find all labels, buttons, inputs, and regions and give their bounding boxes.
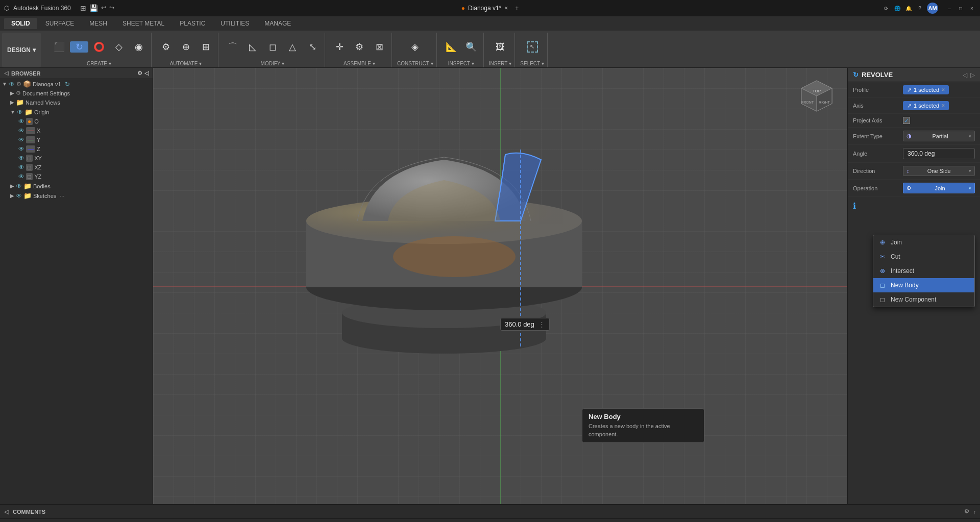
tree-item-o[interactable]: 👁 ● O xyxy=(0,117,153,126)
browser-back-icon[interactable]: ◁ xyxy=(4,70,8,77)
comments-settings-icon[interactable]: ⚙ xyxy=(964,508,969,515)
undo-icon[interactable]: ↩ xyxy=(101,4,106,12)
revolve-button[interactable]: ↻ xyxy=(70,41,88,53)
browser-settings-icon[interactable]: ⚙ xyxy=(137,70,142,77)
inspect-btn1[interactable]: 📐 xyxy=(442,41,460,53)
tree-item-named-views[interactable]: ▶ 📁 Named Views xyxy=(0,97,153,107)
revolve-expand-icon[interactable]: ◁ xyxy=(963,71,967,79)
construct-btn1[interactable]: ◈ xyxy=(406,41,424,53)
eye-icon[interactable]: 👁 xyxy=(9,81,15,88)
tree-item-sketches[interactable]: ▶ 👁 📁 Sketches ··· xyxy=(0,191,153,201)
titlebar-right: ⟳ 🌐 🔔 ? AM – □ × xyxy=(882,3,976,14)
globe-icon[interactable]: 🌐 xyxy=(893,4,901,12)
dropdown-join[interactable]: ⊕ Join xyxy=(873,235,974,250)
tree-item-dianoga[interactable]: ▼ 👁 ⚙ 📦 Dianoga v1 ↻ xyxy=(0,79,153,89)
comments-collapse-icon[interactable]: ↑ xyxy=(973,509,976,515)
loft-button[interactable]: ◇ xyxy=(110,41,128,53)
browser-collapse-icon[interactable]: ◁ xyxy=(144,70,149,77)
modify-btn2[interactable]: ◺ xyxy=(243,41,262,53)
close-button[interactable]: × xyxy=(968,4,976,12)
revolve-close-icon[interactable]: ▷ xyxy=(970,71,975,79)
bell-icon[interactable]: 🔔 xyxy=(904,4,913,12)
tree-item-doc-settings[interactable]: ▶ ⚙ Document Settings xyxy=(0,89,153,97)
redo-icon[interactable]: ↪ xyxy=(109,4,114,12)
modify-btn1[interactable]: ⌒ xyxy=(224,41,242,53)
axis-value: ↗ 1 selected × xyxy=(903,101,975,110)
xz-eye-icon[interactable]: 👁 xyxy=(18,164,24,171)
design-button[interactable]: DESIGN ▾ xyxy=(2,33,41,67)
as-built-btn[interactable]: ⊠ xyxy=(370,41,388,53)
dropdown-new-component[interactable]: ◻ New Component xyxy=(873,292,974,307)
automate-buttons: ⚙ ⊕ ⊞ xyxy=(157,33,215,61)
tree-item-x[interactable]: 👁 — X xyxy=(0,126,153,135)
axis-selected-badge[interactable]: ↗ 1 selected × xyxy=(903,101,949,110)
project-axis-checkbox[interactable]: ✓ xyxy=(903,117,910,124)
tab-solid[interactable]: SOLID xyxy=(4,18,37,29)
maximize-button[interactable]: □ xyxy=(957,4,965,12)
joint-btn[interactable]: ⚙ xyxy=(350,41,369,53)
bodies-eye-icon[interactable]: 👁 xyxy=(16,183,22,190)
shell-button[interactable]: ◉ xyxy=(130,41,148,53)
tab-manage[interactable]: MANAGE xyxy=(257,18,298,29)
xy-eye-icon[interactable]: 👁 xyxy=(18,155,24,162)
modify-btn5[interactable]: ⤡ xyxy=(303,41,322,53)
move-btn[interactable]: ✛ xyxy=(330,41,349,53)
nav-cube[interactable]: TOP RIGHT FRONT xyxy=(796,78,837,119)
grid-icon[interactable]: ⊞ xyxy=(80,4,86,12)
close-tab-icon[interactable]: × xyxy=(504,5,508,12)
tab-mesh[interactable]: MESH xyxy=(82,18,114,29)
profile-badge-close[interactable]: × xyxy=(941,86,945,93)
x-eye-icon[interactable]: 👁 xyxy=(18,127,24,134)
automate-btn1[interactable]: ⚙ xyxy=(157,41,175,53)
sweep-button[interactable]: ⭕ xyxy=(90,41,108,53)
direction-select[interactable]: ↕ One Side ▾ xyxy=(903,166,975,176)
tree-item-z[interactable]: 👁 — Z xyxy=(0,144,153,154)
insert-btn1[interactable]: 🖼 xyxy=(491,41,509,53)
viewport[interactable]: 360.0 deg ⋮ TOP RIGHT FRONT New Body Cre… xyxy=(153,68,847,504)
yz-eye-icon[interactable]: 👁 xyxy=(18,173,24,180)
tab-utilities[interactable]: UTILITIES xyxy=(213,18,256,29)
angle-input[interactable] xyxy=(903,148,975,159)
select-btn1[interactable]: ↖ xyxy=(523,40,542,54)
angle-stepper-icon[interactable]: ⋮ xyxy=(538,320,545,328)
dropdown-cut[interactable]: ✂ Cut xyxy=(873,250,974,264)
extent-type-select[interactable]: ◑ Partial ▾ xyxy=(903,131,975,141)
extrude-button[interactable]: ⬛ xyxy=(50,41,68,53)
modify-btn3[interactable]: ◻ xyxy=(263,41,282,53)
settings-icon[interactable]: ⚙ xyxy=(16,81,21,87)
add-tab-icon[interactable]: + xyxy=(515,5,519,12)
tree-item-xz[interactable]: 👁 □ XZ xyxy=(0,163,153,172)
help-icon[interactable]: ? xyxy=(916,4,924,12)
comments-back-icon[interactable]: ◁ xyxy=(4,508,9,515)
insert-arrow-icon: ▾ xyxy=(509,61,511,66)
o-eye-icon[interactable]: 👁 xyxy=(18,118,24,125)
tree-item-y[interactable]: 👁 — Y xyxy=(0,135,153,144)
tab-sheet-metal[interactable]: SHEET METAL xyxy=(115,18,172,29)
dropdown-intersect[interactable]: ⊗ Intersect xyxy=(873,264,974,278)
minimize-button[interactable]: – xyxy=(945,4,953,12)
dropdown-new-body[interactable]: ◻ New Body xyxy=(873,278,974,292)
tree-item-origin[interactable]: ▼ 👁 📁 Origin xyxy=(0,107,153,117)
tree-item-xy[interactable]: 👁 □ XY xyxy=(0,154,153,163)
axis-badge-close[interactable]: × xyxy=(941,102,945,109)
refresh-icon[interactable]: ↻ xyxy=(65,81,70,88)
tab-surface[interactable]: SURFACE xyxy=(38,18,82,29)
sketches-eye-icon[interactable]: 👁 xyxy=(16,192,22,200)
refresh-icon[interactable]: ⟳ xyxy=(882,4,890,12)
y-eye-icon[interactable]: 👁 xyxy=(18,136,24,143)
automate-btn2[interactable]: ⊕ xyxy=(177,41,195,53)
origin-eye-icon[interactable]: 👁 xyxy=(17,109,23,116)
z-eye-icon[interactable]: 👁 xyxy=(18,145,24,153)
inspect-btn2[interactable]: 🔍 xyxy=(462,41,480,53)
tree-item-bodies[interactable]: ▶ 👁 📁 Bodies xyxy=(0,181,153,191)
tree-item-yz[interactable]: 👁 □ YZ xyxy=(0,172,153,181)
automate-btn3[interactable]: ⊞ xyxy=(197,41,215,53)
save-icon[interactable]: 💾 xyxy=(89,4,98,12)
operation-select[interactable]: ⊕ Join ▾ xyxy=(903,183,975,193)
user-avatar[interactable]: AM xyxy=(927,3,938,14)
expand-icon3: ▶ xyxy=(10,100,14,105)
profile-selected-badge[interactable]: ↗ 1 selected × xyxy=(903,85,949,94)
modify-btn4[interactable]: △ xyxy=(283,41,302,53)
tab-plastic[interactable]: PLASTIC xyxy=(173,18,212,29)
bottom-toolbar: ⏮ ◀ ▶ ▶▶ ⏭ □ ■ ◉ ⟳ ✋ 🔍 ⊡ ◫ ⊞ ⊟ xyxy=(0,518,980,522)
